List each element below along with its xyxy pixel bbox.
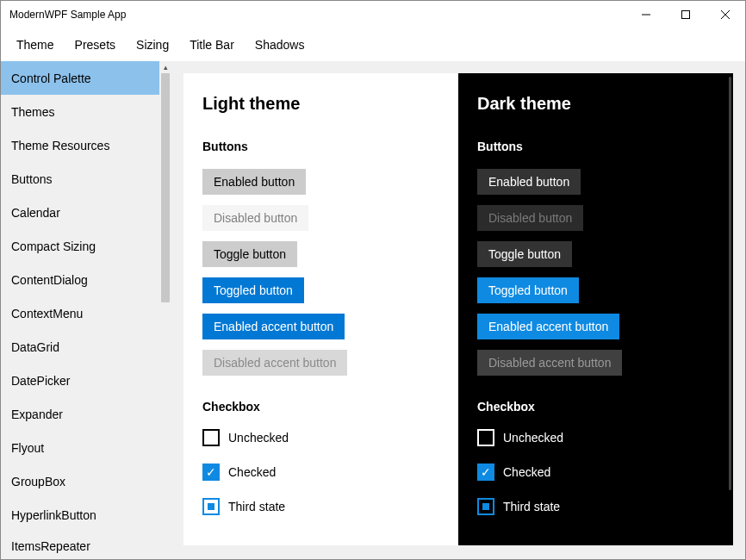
sidebar-item-calendar[interactable]: Calendar <box>1 196 159 229</box>
checkbox-box-icon <box>202 429 220 446</box>
sidebar-wrap: Control Palette Themes Theme Resources B… <box>1 61 171 559</box>
window-title: ModernWPF Sample App <box>9 9 126 21</box>
dark-buttons-stack: Enabled button Disabled button Toggle bu… <box>477 169 716 376</box>
menu-shadows[interactable]: Shadows <box>245 33 315 57</box>
dark-checkbox-stack: Unchecked ✓ Checked Third state <box>477 429 716 515</box>
checkbox-label: Checked <box>503 465 550 479</box>
sidebar-item-buttons[interactable]: Buttons <box>1 162 159 196</box>
sidebar-item-contextmenu[interactable]: ContextMenu <box>1 296 159 330</box>
body: Control Palette Themes Theme Resources B… <box>1 61 745 559</box>
dark-theme-column: Dark theme Buttons Enabled button Disabl… <box>458 73 733 545</box>
dark-buttons-heading: Buttons <box>477 140 716 153</box>
light-checkbox-checked[interactable]: ✓ Checked <box>202 464 441 481</box>
content-area: Light theme Buttons Enabled button Disab… <box>171 61 745 559</box>
dark-checkbox-thirdstate[interactable]: Third state <box>477 498 716 515</box>
sidebar-scroll: Control Palette Themes Theme Resources B… <box>1 61 159 557</box>
sidebar-item-datepicker[interactable]: DatePicker <box>1 364 159 397</box>
minimize-button[interactable] <box>626 1 666 28</box>
light-toggled-button[interactable]: Toggled button <box>202 277 304 303</box>
sidebar-item-itemsrepeater[interactable]: ItemsRepeater <box>1 532 159 557</box>
dark-checkbox-checked[interactable]: ✓ Checked <box>477 464 716 481</box>
light-toggle-button[interactable]: Toggle button <box>202 241 297 267</box>
dark-disabled-accent-button: Disabled accent button <box>477 350 622 376</box>
checkbox-box-icon: ✓ <box>202 464 220 481</box>
dark-enabled-accent-button[interactable]: Enabled accent button <box>477 314 619 339</box>
light-buttons-stack: Enabled button Disabled button Toggle bu… <box>202 169 441 376</box>
check-icon: ✓ <box>206 466 216 478</box>
checkbox-label: Third state <box>503 500 560 513</box>
dark-disabled-button: Disabled button <box>477 205 583 231</box>
light-disabled-accent-button: Disabled accent button <box>202 350 347 376</box>
menu-presets[interactable]: Presets <box>65 33 126 57</box>
checkbox-box-icon <box>477 498 494 515</box>
dark-title: Dark theme <box>477 94 716 114</box>
light-buttons-heading: Buttons <box>202 140 441 153</box>
sidebar-item-theme-resources[interactable]: Theme Resources <box>1 128 159 162</box>
sidebar-item-expander[interactable]: Expander <box>1 397 159 431</box>
content-card: Light theme Buttons Enabled button Disab… <box>183 73 733 545</box>
checkbox-box-icon <box>202 498 220 515</box>
indeterminate-icon <box>482 503 489 510</box>
light-checkbox-heading: Checkbox <box>202 400 441 414</box>
maximize-button[interactable] <box>666 1 706 28</box>
sidebar-item-flyout[interactable]: Flyout <box>1 431 159 464</box>
caption-buttons <box>626 1 745 28</box>
close-icon <box>721 10 730 19</box>
dark-toggled-button[interactable]: Toggled button <box>477 277 579 303</box>
menu-theme[interactable]: Theme <box>6 33 65 57</box>
dark-enabled-button[interactable]: Enabled button <box>477 169 581 195</box>
sidebar-item-themes[interactable]: Themes <box>1 95 159 128</box>
sidebar-scrollbar[interactable]: ▴ <box>159 61 171 559</box>
sidebar-item-control-palette[interactable]: Control Palette <box>1 61 159 95</box>
checkbox-label: Checked <box>228 465 276 479</box>
content-scrollbar[interactable] <box>729 77 731 490</box>
sidebar-item-compact-sizing[interactable]: Compact Sizing <box>1 229 159 263</box>
minimize-icon <box>642 10 650 19</box>
checkbox-box-icon: ✓ <box>477 464 494 481</box>
light-title: Light theme <box>202 94 441 114</box>
dark-toggle-button[interactable]: Toggle button <box>477 241 572 267</box>
sidebar[interactable]: Control Palette Themes Theme Resources B… <box>1 61 159 559</box>
maximize-icon <box>681 10 690 19</box>
menu-titlebar[interactable]: Title Bar <box>179 33 245 57</box>
app-window: ModernWPF Sample App Theme Presets Sizin… <box>0 0 746 560</box>
menu-sizing[interactable]: Sizing <box>126 33 179 57</box>
check-icon: ✓ <box>481 466 491 478</box>
sidebar-item-hyperlinkbutton[interactable]: HyperlinkButton <box>1 498 159 532</box>
menubar: Theme Presets Sizing Title Bar Shadows <box>1 28 745 61</box>
scroll-thumb[interactable] <box>161 73 170 302</box>
light-checkbox-thirdstate[interactable]: Third state <box>202 498 441 515</box>
light-enabled-button[interactable]: Enabled button <box>202 169 306 195</box>
light-checkbox-unchecked[interactable]: Unchecked <box>202 429 441 446</box>
checkbox-label: Unchecked <box>228 431 289 445</box>
titlebar[interactable]: ModernWPF Sample App <box>1 1 745 28</box>
indeterminate-icon <box>208 503 214 510</box>
light-enabled-accent-button[interactable]: Enabled accent button <box>202 314 345 339</box>
checkbox-label: Unchecked <box>503 431 563 445</box>
dark-checkbox-heading: Checkbox <box>477 400 716 414</box>
checkbox-label: Third state <box>228 500 285 513</box>
dark-checkbox-unchecked[interactable]: Unchecked <box>477 429 716 446</box>
checkbox-box-icon <box>477 429 494 446</box>
close-button[interactable] <box>706 1 745 28</box>
sidebar-item-groupbox[interactable]: GroupBox <box>1 464 159 498</box>
light-checkbox-stack: Unchecked ✓ Checked Third state <box>202 429 441 515</box>
scroll-up-icon[interactable]: ▴ <box>159 61 171 73</box>
light-theme-column: Light theme Buttons Enabled button Disab… <box>183 73 458 545</box>
svg-rect-1 <box>682 10 690 18</box>
light-disabled-button: Disabled button <box>202 205 308 231</box>
sidebar-item-contentdialog[interactable]: ContentDialog <box>1 263 159 296</box>
sidebar-item-datagrid[interactable]: DataGrid <box>1 330 159 364</box>
